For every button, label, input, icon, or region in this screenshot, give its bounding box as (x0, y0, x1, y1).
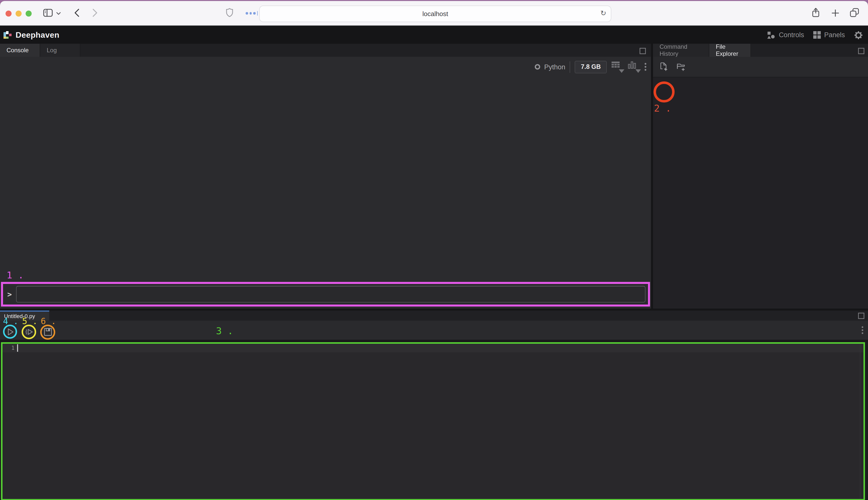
minimize-window-button[interactable] (15, 11, 22, 16)
tab-log-label: Log (47, 47, 57, 54)
annotation-label-3: 3 . (216, 326, 233, 336)
annotation-label-1: 1 . (7, 270, 24, 280)
file-explorer-panel: Command History File Explorer (653, 44, 868, 308)
screen: localhost ↻ (0, 0, 868, 500)
new-file-icon (660, 62, 668, 71)
kebab-icon (861, 326, 864, 334)
tab-console-label: Console (7, 47, 28, 54)
address-bar[interactable]: localhost ↻ (259, 5, 611, 22)
editor-panel: Untitled-0.py (0, 310, 868, 500)
file-panel-toolbar (653, 57, 868, 77)
panels-button[interactable]: Panels (813, 31, 845, 39)
table-chevron-icon (611, 61, 620, 68)
new-folder-button[interactable] (676, 62, 686, 71)
sidebar-icon[interactable] (43, 9, 53, 17)
annotation-box-console-input: > (1, 282, 650, 307)
console-prompt: > (3, 290, 16, 299)
tab-console[interactable]: Console (0, 44, 40, 57)
share-icon[interactable] (812, 8, 820, 18)
app-title: Deephaven (15, 31, 59, 39)
file-explorer-content (653, 77, 868, 308)
grid-icon (813, 31, 821, 39)
tab-command-history-label: Command History (660, 43, 702, 57)
maximize-icon[interactable] (639, 48, 646, 54)
extensions-dots-icon[interactable] (246, 11, 258, 15)
deephaven-logo-icon (3, 31, 12, 39)
gear-icon (854, 31, 863, 39)
open-table-button[interactable] (611, 61, 623, 72)
settings-button[interactable] (854, 31, 863, 39)
annotation-circle-new-file (653, 81, 675, 103)
close-window-button[interactable] (5, 11, 12, 16)
panel-splitter-vertical[interactable] (651, 44, 653, 308)
scrollbar-track[interactable] (860, 344, 860, 499)
annotation-label-4: 4 . (3, 316, 18, 326)
back-icon[interactable] (74, 9, 79, 17)
annotation-circle-run (3, 325, 17, 339)
browser-window: localhost ↻ (0, 1, 868, 500)
reload-icon[interactable]: ↻ (601, 9, 606, 17)
zoom-window-button[interactable] (26, 11, 32, 16)
forward-icon[interactable] (92, 9, 97, 17)
panels-label: Panels (824, 31, 845, 39)
tab-overview-icon[interactable] (850, 8, 859, 17)
line-number: 1 (8, 344, 14, 352)
code-editor[interactable]: 1 (2, 344, 864, 499)
toolbar-divider (570, 61, 570, 72)
console-overflow-menu[interactable] (645, 63, 647, 71)
current-line-highlight (2, 344, 864, 352)
annotation-label-5: 5 . (22, 316, 37, 326)
annotation-box-editor-area: 1 (1, 342, 865, 500)
editor-toolbar (0, 321, 868, 340)
shield-icon[interactable] (226, 8, 233, 17)
tab-file-explorer-label: File Explorer (716, 43, 744, 57)
runtime-status: Python (535, 63, 565, 71)
panel-splitter-horizontal[interactable] (0, 308, 868, 310)
deephaven-app: Deephaven Controls Panels (0, 26, 868, 500)
editor-overflow-menu[interactable] (861, 326, 864, 334)
controls-label: Controls (779, 31, 804, 39)
app-header: Deephaven Controls Panels (0, 26, 868, 44)
console-input[interactable] (16, 286, 646, 303)
console-tabbar: Console Log (0, 44, 651, 57)
chart-chevron-icon (628, 61, 636, 69)
new-tab-icon[interactable] (832, 10, 839, 16)
url-text: localhost (423, 10, 448, 18)
status-ring-icon (535, 64, 541, 70)
annotation-circle-save (40, 325, 55, 340)
controls-button[interactable]: Controls (767, 31, 804, 39)
kebab-icon (645, 63, 647, 71)
memory-usage-badge[interactable]: 7.8 GB (575, 60, 607, 73)
editor-tabbar: Untitled-0.py (0, 310, 868, 321)
runtime-label: Python (544, 63, 565, 71)
chevron-down-icon[interactable] (56, 12, 61, 15)
tab-command-history[interactable]: Command History (653, 44, 709, 57)
console-panel: Console Log (0, 44, 651, 308)
annotation-circle-run-selected (22, 325, 36, 339)
tab-file-explorer[interactable]: File Explorer (709, 44, 751, 57)
maximize-icon[interactable] (858, 48, 865, 54)
annotation-label-2: 2 . (654, 103, 671, 113)
text-cursor (17, 344, 18, 352)
console-toolbar: Python 7.8 GB (0, 57, 651, 77)
new-file-button[interactable] (660, 62, 668, 71)
new-folder-icon (676, 62, 686, 71)
maximize-icon[interactable] (858, 312, 865, 319)
tab-log[interactable]: Log (40, 44, 80, 57)
shapes-icon (767, 31, 775, 39)
editor-gap (0, 340, 868, 342)
file-panel-tabbar: Command History File Explorer (653, 44, 868, 57)
open-chart-button[interactable] (628, 61, 640, 72)
annotation-label-6: 6 . (41, 316, 56, 326)
browser-toolbar: localhost ↻ (0, 1, 868, 26)
